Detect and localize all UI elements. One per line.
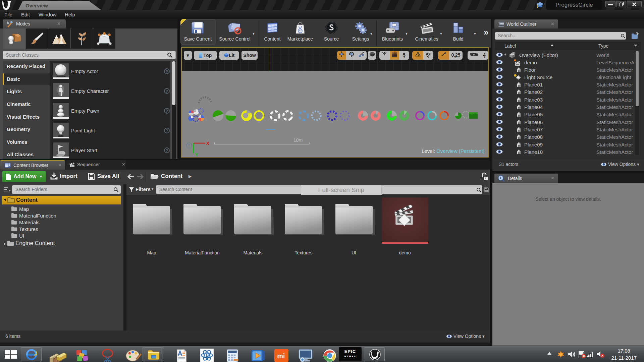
svg-text:₿: ₿ xyxy=(206,353,209,358)
svg-text:10m: 10m xyxy=(293,137,303,143)
svg-text:X: X xyxy=(206,141,209,146)
svg-text:Y: Y xyxy=(195,152,198,157)
svg-text:mi: mi xyxy=(277,352,285,360)
svg-text:?: ? xyxy=(188,143,190,148)
